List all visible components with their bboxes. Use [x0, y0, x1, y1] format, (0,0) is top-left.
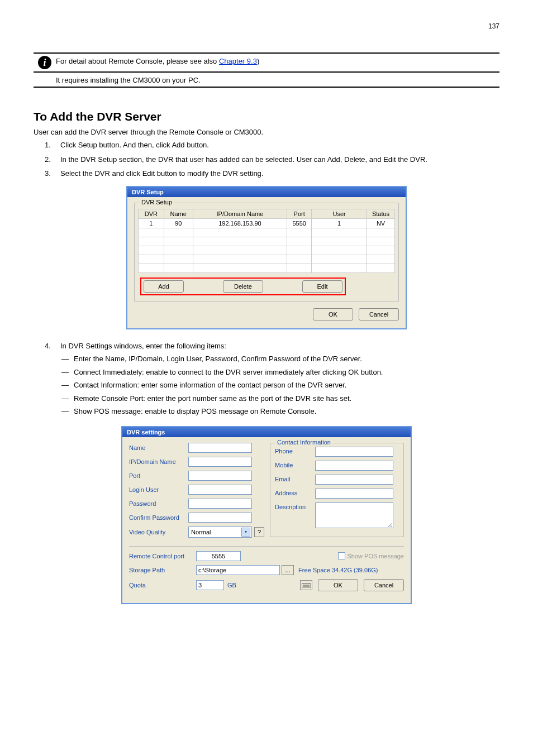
step4-item-0: Enter the Name, IP/Domain, Login User, P… [74, 353, 499, 365]
email-input[interactable] [315, 475, 393, 485]
step4-item-2: Contact Information: enter some informat… [74, 380, 499, 391]
cell-user: 1 [312, 218, 367, 228]
edit-button[interactable]: Edit [302, 280, 342, 293]
settings-ok-button[interactable]: OK [318, 579, 358, 591]
info-note-link[interactable]: Chapter 9.3 [219, 57, 257, 65]
dvr-settings-dialog: DVR settings Name IP/Domain Name Port Lo… [121, 426, 412, 604]
confirm-password-input[interactable] [188, 513, 252, 523]
label-login-user: Login User [129, 486, 188, 493]
label-mobile: Mobile [275, 461, 315, 468]
label-remote-control-port: Remote Control port [129, 553, 196, 559]
show-pos-checkbox[interactable] [338, 552, 345, 559]
info-icon: i [38, 56, 51, 69]
label-storage-path: Storage Path [129, 567, 196, 573]
browse-button[interactable]: ... [282, 565, 294, 575]
step-num-1: 1. [45, 140, 60, 151]
step4-item-1: Connect Immediately: enable to connect t… [74, 367, 499, 378]
address-input[interactable] [315, 489, 393, 499]
col-status[interactable]: Status [367, 209, 395, 218]
col-port[interactable]: Port [287, 209, 312, 218]
cell-name: 90 [164, 218, 193, 228]
cell-dvr: 1 [139, 218, 164, 228]
free-space-label: Free Space 34.42G (39.06G) [298, 567, 378, 573]
label-address: Address [275, 489, 315, 496]
label-name: Name [129, 444, 188, 451]
video-quality-help-button[interactable]: ? [254, 527, 264, 537]
section-heading: To Add the DVR Server [34, 110, 499, 123]
divider-mid [34, 71, 499, 73]
label-confirm-password: Confirm Password [129, 514, 188, 521]
info-note-2: It requires installing the CM3000 on you… [34, 75, 499, 84]
ip-input[interactable] [188, 457, 252, 467]
step-1: Click Setup button. And then, click Add … [60, 140, 499, 151]
dvr-setup-legend: DVR Setup [139, 199, 174, 205]
page-number: 137 [34, 22, 499, 30]
dvr-setup-dialog: DVR Setup DVR Setup DVR Name IP/Domain N… [126, 186, 407, 329]
highlight-add-delete-edit: Add Delete Edit [140, 277, 346, 295]
port-input[interactable] [188, 471, 252, 481]
setup-ok-button[interactable]: OK [313, 308, 353, 320]
label-port: Port [129, 472, 188, 479]
label-phone: Phone [275, 447, 315, 454]
col-dvr[interactable]: DVR [139, 209, 164, 218]
dvr-settings-title: DVR settings [122, 427, 411, 437]
settings-divider [129, 546, 404, 547]
label-description: Description [275, 503, 315, 510]
name-input[interactable] [188, 443, 252, 453]
step-3: Select the DVR and click Edit button to … [60, 168, 499, 179]
description-input[interactable] [315, 503, 393, 528]
step-num-2: 2. [45, 154, 60, 165]
add-button[interactable]: Add [144, 280, 184, 293]
step4-item-4: Show POS message: enable to display POS … [74, 406, 499, 417]
keyboard-icon[interactable] [300, 580, 312, 590]
remote-control-port-input[interactable] [196, 551, 241, 561]
step-num-3: 3. [45, 168, 60, 179]
video-quality-select[interactable]: Normal ▾ [188, 527, 252, 538]
contact-legend: Contact Information [275, 439, 333, 446]
quota-input[interactable] [196, 580, 224, 590]
info-note-prefix: For detail about Remote Console, please … [56, 57, 219, 65]
label-password: Password [129, 500, 188, 507]
col-name[interactable]: Name [164, 209, 193, 218]
mobile-input[interactable] [315, 461, 393, 471]
divider-bottom [34, 87, 499, 88]
step-num-4: 4. [45, 341, 60, 419]
dvr-setup-title: DVR Setup [127, 187, 406, 197]
settings-cancel-button[interactable]: Cancel [364, 579, 404, 591]
svg-rect-0 [302, 583, 311, 588]
storage-path-input[interactable] [196, 565, 280, 575]
phone-input[interactable] [315, 447, 393, 457]
col-ip[interactable]: IP/Domain Name [193, 209, 287, 218]
video-quality-value: Normal [191, 529, 211, 535]
delete-button[interactable]: Delete [223, 280, 263, 293]
quota-gb-label: GB [227, 582, 236, 588]
show-pos-label: Show POS message [348, 553, 404, 559]
password-input[interactable] [188, 499, 252, 509]
info-note-1: i For detail about Remote Console, pleas… [34, 56, 499, 69]
cell-status: NV [367, 218, 395, 228]
dvr-setup-fieldset: DVR Setup DVR Name IP/Domain Name Port U… [134, 203, 399, 302]
label-ip: IP/Domain Name [129, 458, 188, 465]
step4-item-3: Remote Console Port: enter the port numb… [74, 393, 499, 404]
setup-cancel-button[interactable]: Cancel [359, 308, 399, 320]
label-email: Email [275, 475, 315, 482]
cell-ip: 192.168.153.90 [193, 218, 287, 228]
step-4: In DVR Settings windows, enter the follo… [60, 341, 499, 352]
intro-text: User can add the DVR server through the … [34, 128, 499, 136]
cell-port: 5550 [287, 218, 312, 228]
label-quota: Quota [129, 582, 196, 588]
label-video-quality: Video Quality [129, 529, 188, 535]
contact-fieldset: Contact Information Phone Mobile Email A… [270, 443, 404, 537]
info-note-suffix: ) [257, 57, 259, 65]
chevron-down-icon: ▾ [241, 528, 250, 537]
col-user[interactable]: User [312, 209, 367, 218]
table-row[interactable]: 1 90 192.168.153.90 5550 1 NV [139, 218, 395, 228]
divider-top [34, 52, 499, 54]
step-2: In the DVR Setup section, the DVR that u… [60, 154, 499, 165]
login-user-input[interactable] [188, 485, 252, 495]
dvr-table: DVR Name IP/Domain Name Port User Status… [138, 209, 395, 273]
